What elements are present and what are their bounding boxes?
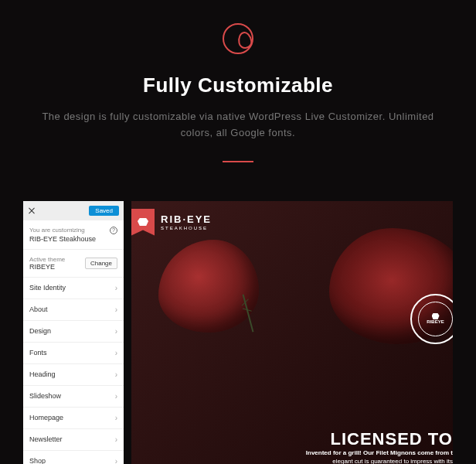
stamp-brand: RIBEYE (427, 319, 444, 324)
customizer-item-design[interactable]: Design› (23, 321, 124, 343)
customizer-item-fonts[interactable]: Fonts› (23, 343, 124, 364)
meat-image (158, 240, 259, 333)
chevron-right-icon: › (115, 305, 117, 314)
customizing-label: You are customizing (29, 227, 117, 234)
chevron-right-icon: › (115, 435, 117, 444)
close-icon[interactable] (28, 206, 36, 214)
customizer-item-label: Homepage (29, 414, 63, 421)
chevron-right-icon: › (115, 457, 117, 464)
customizer-item-newsletter[interactable]: Newsletter› (23, 429, 124, 451)
divider (223, 161, 253, 162)
page-title: Fully Customizable (39, 73, 437, 97)
chevron-right-icon: › (115, 414, 117, 422)
customizer-item-homepage[interactable]: Homepage› (23, 408, 124, 429)
stamp-badge: RIBEYE (410, 294, 453, 344)
chevron-right-icon: › (115, 392, 117, 401)
customizer-item-label: Fonts (29, 349, 47, 357)
customizer-item-heading[interactable]: Heading› (23, 364, 124, 386)
page-description: The design is fully customizable via nat… (39, 109, 437, 142)
customizer-item-label: Newsletter (29, 435, 63, 443)
chevron-right-icon: › (115, 349, 117, 357)
preview-panel: RIB·EYE STEAKHOUSE RIBEYE LICENSED TO In… (131, 201, 453, 464)
customizer-item-label: Heading (29, 370, 56, 378)
customizer-header: Saved (23, 201, 124, 220)
chevron-right-icon: › (115, 370, 117, 379)
logo-sub-text: STEAKHOUSE (161, 226, 212, 230)
bull-icon (138, 218, 148, 226)
theme-row: Active theme RIBEYE Change (23, 250, 124, 278)
customizer-item-label: Site Identity (29, 284, 66, 292)
logo-bar: RIB·EYE STEAKHOUSE (131, 209, 212, 236)
customizer-item-slideshow[interactable]: Slideshow› (23, 386, 124, 408)
hero-section: Fully Customizable The design is fully c… (0, 0, 476, 201)
customizer-panel: Saved ? You are customizing RIB-EYE Stea… (23, 201, 124, 464)
active-theme-label: Active theme (29, 256, 65, 263)
logo-bookmark-icon (131, 209, 155, 236)
active-theme-name: RIBEYE (29, 263, 65, 271)
customizer-info: ? You are customizing RIB-EYE Steakhouse (23, 220, 124, 250)
bull-icon (432, 313, 440, 319)
customizer-item-about[interactable]: About› (23, 299, 124, 321)
chevron-right-icon: › (115, 284, 117, 292)
mockup-container: Saved ? You are customizing RIB-EYE Stea… (0, 201, 476, 464)
chevron-right-icon: › (115, 327, 117, 336)
customizer-item-shop[interactable]: Shop› (23, 451, 124, 464)
change-button[interactable]: Change (85, 258, 117, 269)
saved-badge[interactable]: Saved (89, 206, 119, 216)
help-icon[interactable]: ? (110, 227, 117, 234)
subtext-line1: Invented for a grill! Our Filet Mignons … (306, 449, 453, 456)
flame-icon (223, 23, 253, 54)
preview-headline: LICENSED TO (330, 429, 453, 449)
logo-main-text: RIB·EYE (161, 213, 212, 225)
customizer-item-label: Design (29, 327, 51, 335)
customizer-item-site-identity[interactable]: Site Identity› (23, 278, 124, 299)
customizer-item-label: About (29, 305, 48, 313)
preview-subtext: Invented for a grill! Our Filet Mignons … (306, 449, 453, 464)
customizer-item-label: Slideshow (29, 392, 61, 400)
subtext-line2: elegant cut is guaranteed to impress wit… (306, 457, 453, 464)
customizer-item-label: Shop (29, 457, 46, 464)
customizing-name: RIB-EYE Steakhouse (29, 235, 117, 243)
